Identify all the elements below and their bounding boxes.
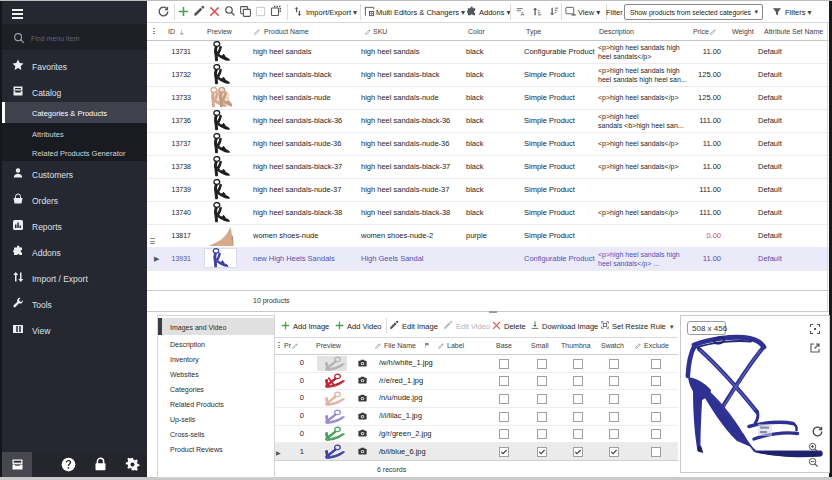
svg-text:A: A <box>521 11 525 17</box>
